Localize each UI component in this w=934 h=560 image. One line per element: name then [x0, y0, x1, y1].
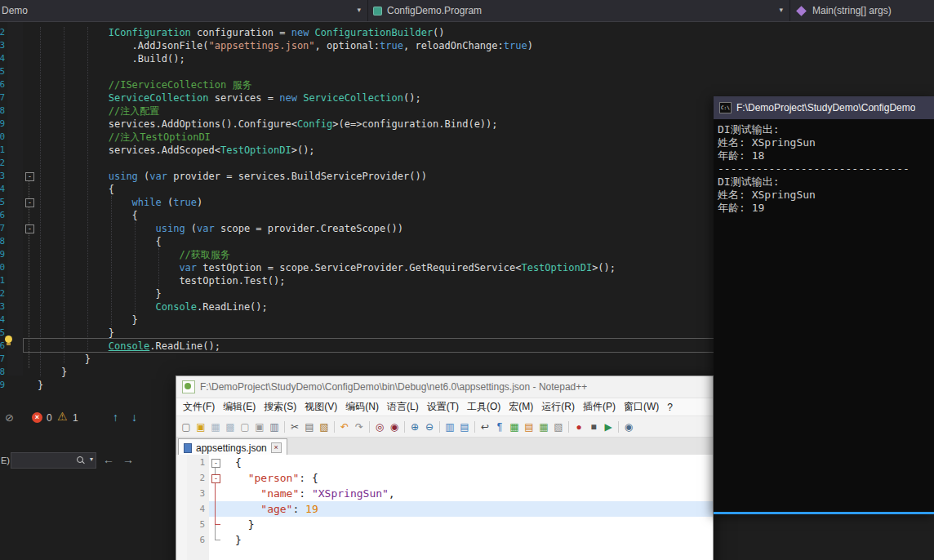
warning-icon[interactable]: ⚠	[57, 410, 68, 423]
show-all-chars-icon[interactable]: ¶	[492, 420, 507, 434]
code-line[interactable]: services.AddScoped<TestOptionDI>();	[38, 144, 616, 157]
code-line[interactable]: while (true)	[38, 196, 616, 209]
open-folder-icon[interactable]: ▣	[193, 420, 208, 434]
menu-item[interactable]: 宏(M)	[505, 400, 537, 414]
json-editor[interactable]: 123456 - - { "person": { "name": "XSprin…	[176, 455, 713, 560]
zoom-out-icon[interactable]: ⊖	[422, 420, 437, 434]
code-line[interactable]: var testOption = scope.ServiceProvider.G…	[38, 261, 616, 274]
json-text-area[interactable]: { "person": { "name": "XSpringSun", "age…	[222, 455, 713, 548]
menu-item[interactable]: 搜索(S)	[260, 400, 300, 414]
print-icon[interactable]: ▥	[267, 420, 282, 434]
stop-macro-icon[interactable]: ■	[586, 420, 601, 434]
menu-item[interactable]: ?	[663, 402, 677, 413]
code-line[interactable]: testOption.Test();	[38, 274, 616, 287]
code-line[interactable]: }	[38, 327, 616, 340]
menu-item[interactable]: 视图(V)	[300, 400, 341, 414]
member-dropdown[interactable]: Main(string[] args)	[790, 0, 934, 21]
code-line[interactable]: services.AddOptions().Configure<Config>(…	[38, 118, 616, 131]
menu-item[interactable]: 运行(R)	[537, 400, 579, 414]
code-line[interactable]: //IServiceCollection 服务	[38, 78, 616, 91]
paste-icon[interactable]: ▧	[317, 420, 331, 434]
close-all-icon[interactable]: ▣	[252, 420, 267, 434]
code-line[interactable]	[38, 65, 616, 78]
word-wrap-icon[interactable]: ↩	[478, 420, 492, 434]
undo-icon[interactable]: ↶	[337, 420, 352, 434]
doc-map-icon[interactable]: ▦	[536, 420, 551, 434]
code-line[interactable]: Console.ReadLine();	[38, 340, 616, 353]
code-line[interactable]: }	[38, 287, 616, 300]
fold-collapse-button[interactable]: -	[25, 172, 34, 181]
new-file-icon[interactable]: ▢	[179, 420, 193, 434]
json-line[interactable]: "age": 19	[222, 501, 713, 517]
json-line[interactable]: }	[222, 517, 713, 532]
code-line[interactable]: .AddJsonFile("appsettings.json", optiona…	[38, 39, 616, 52]
project-dropdown[interactable]: Demo ▾	[0, 0, 368, 21]
doc-switcher-icon[interactable]: ▧	[551, 420, 566, 434]
fold-collapse-button[interactable]: -	[211, 474, 220, 483]
error-icon[interactable]: ×	[32, 412, 42, 423]
code-line[interactable]: .Build();	[38, 52, 616, 65]
code-line[interactable]: //注入配置	[38, 104, 616, 118]
blocked-icon[interactable]: ⊘	[5, 411, 14, 424]
fold-collapse-button[interactable]: -	[25, 224, 34, 233]
code-line[interactable]: ServiceCollection services = new Service…	[38, 91, 616, 104]
code-line[interactable]: }	[38, 353, 616, 366]
save-icon[interactable]: ▦	[208, 420, 223, 434]
code-line[interactable]: //获取服务	[38, 248, 616, 261]
menu-item[interactable]: 设置(T)	[423, 400, 463, 414]
json-line[interactable]: "person": {	[222, 470, 713, 486]
code-line[interactable]: using (var scope = provider.CreateScope(…	[38, 222, 616, 235]
indent-guide-icon[interactable]: ▦	[507, 420, 522, 434]
find-icon[interactable]: ◎	[372, 420, 387, 434]
code-line[interactable]: IConfiguration configuration = new Confi…	[38, 26, 616, 39]
json-token: "age"	[260, 503, 292, 515]
close-doc-icon[interactable]: ▢	[238, 420, 252, 434]
type-dropdown[interactable]: ConfigDemo.Program ▾	[368, 0, 790, 21]
cut-icon[interactable]: ✂	[287, 420, 302, 434]
search-options-caret[interactable]: ▾	[90, 456, 93, 463]
navigate-back-icon[interactable]: ←	[103, 453, 114, 466]
navigate-up-icon[interactable]: ↑	[113, 411, 118, 424]
redo-icon[interactable]: ↷	[352, 420, 367, 434]
tab-close-icon[interactable]: ×	[271, 442, 282, 453]
zoom-in-icon[interactable]: ⊕	[407, 420, 422, 434]
code-editor[interactable]: IConfiguration configuration = new Confi…	[38, 26, 616, 392]
code-line[interactable]: Console.ReadLine();	[38, 300, 616, 313]
quick-actions-lightbulb-icon[interactable]	[2, 336, 14, 347]
console-title-bar[interactable]: C:\ F:\DemoProject\StudyDemo\ConfigDemo	[714, 96, 934, 119]
sync-vertical-icon[interactable]: ▥	[443, 420, 457, 434]
menu-item[interactable]: 文件(F)	[179, 400, 219, 414]
monitoring-icon[interactable]: ◉	[621, 420, 636, 434]
json-line[interactable]: "name": "XSpringSun",	[222, 486, 713, 501]
copy-icon[interactable]: ▤	[302, 420, 317, 434]
menu-item[interactable]: 编码(N)	[341, 400, 383, 414]
menu-item[interactable]: 编辑(E)	[219, 400, 260, 414]
fold-collapse-button[interactable]: -	[25, 198, 34, 207]
json-line[interactable]: }	[222, 532, 713, 548]
navigate-down-icon[interactable]: ↓	[131, 411, 137, 424]
menu-item[interactable]: 工具(O)	[463, 400, 505, 414]
code-line[interactable]: {	[38, 209, 616, 222]
save-all-icon[interactable]: ▩	[223, 420, 238, 434]
menu-item[interactable]: 插件(P)	[579, 400, 620, 414]
record-macro-icon[interactable]: ●	[572, 420, 586, 434]
bookmark-margin[interactable]	[176, 455, 187, 560]
menu-item[interactable]: 窗口(W)	[620, 400, 663, 414]
sync-horizontal-icon[interactable]: ▤	[457, 420, 472, 434]
code-line[interactable]: {	[38, 235, 616, 248]
notepad-title-bar[interactable]: F:\DemoProject\StudyDemo\ConfigDemo\bin\…	[176, 376, 713, 398]
code-line[interactable]: using (var provider = services.BuildServ…	[38, 170, 616, 183]
code-line[interactable]: }	[38, 313, 616, 327]
navigate-forward-icon[interactable]: →	[122, 453, 134, 466]
code-line[interactable]: {	[38, 183, 616, 196]
breakpoint-margin[interactable]	[7, 21, 23, 376]
menu-item[interactable]: 语言(L)	[383, 400, 423, 414]
function-list-icon[interactable]: ▤	[522, 420, 536, 434]
code-line[interactable]: //注入TestOptionDI	[38, 131, 616, 144]
fold-collapse-button[interactable]: -	[211, 459, 220, 468]
play-macro-icon[interactable]: ▶	[601, 420, 616, 434]
search-input[interactable]: ▾	[11, 452, 96, 469]
replace-icon[interactable]: ◉	[387, 420, 402, 434]
code-line[interactable]	[38, 157, 616, 170]
json-line[interactable]: {	[222, 455, 713, 470]
